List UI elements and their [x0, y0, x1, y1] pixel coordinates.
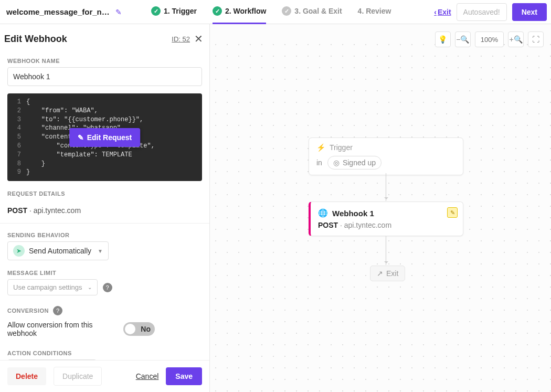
- step-trigger[interactable]: ✓ 1. Trigger: [151, 0, 197, 24]
- chevron-down-icon: ⌄: [88, 284, 92, 290]
- zoom-fit-button[interactable]: ⛶: [528, 31, 544, 47]
- help-icon[interactable]: ?: [53, 306, 62, 315]
- autosaved-indicator: Autosaved!: [457, 3, 507, 21]
- note-icon[interactable]: ✎: [447, 207, 458, 218]
- panel-title: Edit Webhook: [4, 34, 67, 45]
- globe-icon: 🌐: [318, 208, 328, 218]
- edit-title-icon[interactable]: ✎: [115, 8, 122, 16]
- connector: [386, 236, 386, 265]
- check-icon: ✓: [151, 6, 161, 16]
- request-details-label: REQUEST DETAILS: [7, 190, 202, 197]
- request-details: POST · api.tyntec.com: [7, 206, 202, 215]
- webhook-id[interactable]: ID: 52: [172, 35, 190, 43]
- workflow-canvas[interactable]: 💡 −🔍 100% +🔍 ⛶ ⚡Trigger in ◎Signed up ✎ …: [210, 24, 551, 392]
- request-body-preview: 1{ 2 "from": "WABA", 3 "to": "{{customer…: [7, 93, 202, 181]
- send-icon: ➤: [13, 245, 25, 257]
- pencil-icon: ✎: [78, 133, 84, 142]
- chevron-down-icon: ▼: [98, 248, 103, 254]
- trigger-node[interactable]: ⚡Trigger in ◎Signed up: [309, 137, 463, 175]
- campaign-title: welcome_message_for_new_…: [6, 7, 111, 16]
- help-icon[interactable]: ?: [103, 283, 112, 292]
- message-limit-select[interactable]: Use campaign settings ⌄: [7, 279, 98, 295]
- exit-icon: ↗: [377, 269, 383, 278]
- wizard-steps: ✓ 1. Trigger ✓ 2. Workflow ✓ 3. Goal & E…: [151, 0, 434, 24]
- message-limit-label: MESSAGE LIMIT: [7, 270, 202, 276]
- webhook-name-label: WEBHOOK NAME: [7, 58, 202, 64]
- top-bar: welcome_message_for_new_… ✎ ✓ 1. Trigger…: [0, 0, 551, 24]
- cancel-link[interactable]: Cancel: [136, 372, 159, 380]
- zoom-level: 100%: [475, 31, 504, 47]
- sending-behavior-select[interactable]: ➤ Send Automatically ▼: [7, 241, 109, 260]
- sending-behavior-label: SENDING BEHAVIOR: [7, 232, 202, 238]
- action-conditions-label: ACTION CONDITIONS: [7, 350, 202, 356]
- zoom-out-button[interactable]: −🔍: [455, 31, 471, 47]
- webhook-name-input[interactable]: [7, 67, 202, 86]
- webhook-node[interactable]: ✎ 🌐Webhook 1 POST · api.tyntec.com: [309, 202, 463, 236]
- close-icon[interactable]: ✕: [194, 33, 203, 45]
- conversion-label: CONVERSION: [7, 308, 49, 314]
- check-icon: ✓: [282, 6, 291, 16]
- segment-icon: ◎: [333, 158, 340, 167]
- chevron-left-icon: ‹: [434, 8, 437, 16]
- step-workflow[interactable]: ✓ 2. Workflow: [213, 0, 266, 24]
- save-button[interactable]: Save: [166, 367, 202, 385]
- step-review[interactable]: 4. Review: [358, 0, 391, 24]
- hint-icon[interactable]: 💡: [435, 31, 451, 47]
- edit-request-button[interactable]: ✎ Edit Request: [69, 128, 141, 147]
- zoom-in-button[interactable]: +🔍: [508, 31, 524, 47]
- delete-button[interactable]: Delete: [7, 367, 46, 385]
- conversion-text: Allow conversion from this webhook: [7, 321, 123, 337]
- connector: [386, 173, 386, 201]
- duplicate-button[interactable]: Duplicate: [54, 367, 102, 386]
- bolt-icon: ⚡: [316, 143, 325, 152]
- edit-webhook-panel: Edit Webhook ID: 52 ✕ WEBHOOK NAME 1{ 2 …: [0, 24, 210, 392]
- exit-link[interactable]: ‹Exit: [434, 8, 451, 16]
- step-goal-exit[interactable]: ✓ 3. Goal & Exit: [282, 0, 342, 24]
- next-button[interactable]: Next: [512, 3, 547, 21]
- check-icon: ✓: [213, 6, 222, 16]
- conversion-toggle[interactable]: No: [123, 322, 155, 336]
- exit-node[interactable]: ↗ Exit: [370, 266, 405, 281]
- segment-pill: ◎Signed up: [327, 156, 382, 169]
